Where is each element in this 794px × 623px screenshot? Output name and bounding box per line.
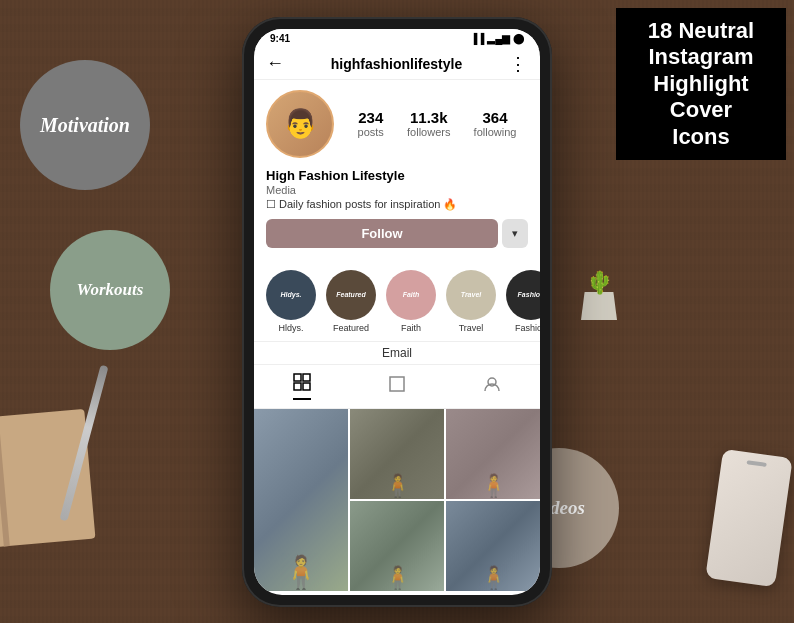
bio-text: Daily fashion posts for inspiration 🔥 (279, 198, 457, 211)
highlight-circle-fashion: Fashion (506, 270, 540, 320)
highlight-travel[interactable]: Travel Travel (446, 270, 496, 333)
highlights-row: Hldys. Hldys. Featured Featured Faith Fa… (254, 262, 540, 341)
highlight-faith[interactable]: Faith Faith (386, 270, 436, 333)
highlight-label-holidays: Hldys. (280, 291, 301, 298)
profile-bio: ☐ Daily fashion posts for inspiration 🔥 (266, 198, 528, 211)
follow-button[interactable]: Follow (266, 219, 498, 248)
title-line4: Cover (670, 97, 732, 122)
following-count: 364 (482, 109, 507, 126)
svg-rect-0 (294, 374, 301, 381)
tab-row (254, 365, 540, 409)
photo-figure-4: 🧍 (384, 565, 411, 591)
highlight-fashion[interactable]: Fashion Fashion (506, 270, 540, 333)
photo-figure-1: 🧍 (281, 553, 321, 591)
highlight-text-travel: Travel (459, 323, 484, 333)
workouts-circle: Workouts (50, 230, 170, 350)
highlight-circle-travel: Travel (446, 270, 496, 320)
insta-nav-header: ← highfashionlifestyle ⋮ (254, 49, 540, 80)
title-block: 18 Neutral Instagram Highlight Cover Ico… (616, 8, 786, 160)
photo-figure-2: 🧍 (384, 473, 411, 499)
photo-figure-3: 🧍 (480, 473, 507, 499)
back-button[interactable]: ← (266, 53, 284, 74)
svg-rect-2 (294, 383, 301, 390)
motivation-label: Motivation (40, 113, 130, 137)
photo-grid: 🧍 🧍 🧍 🧍 🧍 (254, 409, 540, 595)
highlight-circle-faith: Faith (386, 270, 436, 320)
phone-device: 9:41 ▐▐ ▂▄▆ ⬤ ← highfashionlifestyle ⋮ 👨… (242, 17, 552, 607)
notebook-decor (0, 409, 95, 547)
profile-top: 👨 234 posts 11.3k followers 364 followin… (266, 90, 528, 158)
svg-rect-1 (303, 374, 310, 381)
photo-cell-5[interactable]: 🧍 (446, 501, 540, 591)
motivation-circle: Motivation (20, 60, 150, 190)
email-row[interactable]: Email (254, 341, 540, 365)
stat-followers: 11.3k followers (407, 109, 450, 138)
tab-grid-icon[interactable] (293, 373, 311, 400)
tab-posts-icon[interactable] (388, 375, 406, 398)
stat-posts: 234 posts (358, 109, 384, 138)
follow-row: Follow ▾ (266, 219, 528, 248)
followers-label: followers (407, 126, 450, 138)
stats-row: 234 posts 11.3k followers 364 following (346, 109, 528, 138)
photo-cell-4[interactable]: 🧍 (350, 501, 444, 591)
avatar: 👨 (266, 90, 334, 158)
svg-rect-3 (303, 383, 310, 390)
highlight-text-fashion: Fashion (515, 323, 540, 333)
bio-checkbox: ☐ (266, 198, 276, 211)
plant-decor (574, 270, 624, 320)
highlight-holidays[interactable]: Hldys. Hldys. (266, 270, 316, 333)
posts-count: 234 (358, 109, 383, 126)
time: 9:41 (270, 33, 290, 44)
svg-rect-4 (390, 377, 404, 391)
highlight-label-faith: Faith (403, 291, 420, 298)
following-label: following (474, 126, 517, 138)
photo-cell-1[interactable]: 🧍 (254, 409, 348, 591)
menu-button[interactable]: ⋮ (509, 53, 528, 75)
highlight-featured[interactable]: Featured Featured (326, 270, 376, 333)
status-icons: ▐▐ ▂▄▆ ⬤ (470, 33, 524, 44)
title-line3: Highlight (653, 71, 748, 96)
photo-cell-2[interactable]: 🧍 (350, 409, 444, 499)
posts-label: posts (358, 126, 384, 138)
highlight-label-fashion: Fashion (518, 291, 540, 298)
highlight-label-featured: Featured (336, 291, 366, 298)
profile-section: 👨 234 posts 11.3k followers 364 followin… (254, 80, 540, 262)
photo-figure-5: 🧍 (480, 565, 507, 591)
email-label: Email (382, 346, 412, 360)
stat-following: 364 following (474, 109, 517, 138)
highlight-circle-holidays: Hldys. (266, 270, 316, 320)
workouts-label: Workouts (77, 280, 144, 300)
followers-count: 11.3k (410, 109, 448, 126)
photo-cell-3[interactable]: 🧍 (446, 409, 540, 499)
title-line1: 18 Neutral (648, 18, 754, 43)
highlight-text-faith: Faith (401, 323, 421, 333)
highlight-text-featured: Featured (333, 323, 369, 333)
status-bar: 9:41 ▐▐ ▂▄▆ ⬤ (254, 29, 540, 49)
highlight-text-holidays: Hldys. (278, 323, 303, 333)
header-username: highfashionlifestyle (331, 56, 462, 72)
highlight-circle-featured: Featured (326, 270, 376, 320)
phone-screen: 9:41 ▐▐ ▂▄▆ ⬤ ← highfashionlifestyle ⋮ 👨… (254, 29, 540, 595)
title-line5: Icons (672, 124, 729, 149)
title-line2: Instagram (648, 44, 753, 69)
follow-dropdown[interactable]: ▾ (502, 219, 528, 248)
tab-tagged-icon[interactable] (483, 375, 501, 398)
profile-name: High Fashion Lifestyle (266, 168, 528, 183)
highlight-label-travel: Travel (461, 291, 482, 298)
profile-category: Media (266, 184, 528, 196)
